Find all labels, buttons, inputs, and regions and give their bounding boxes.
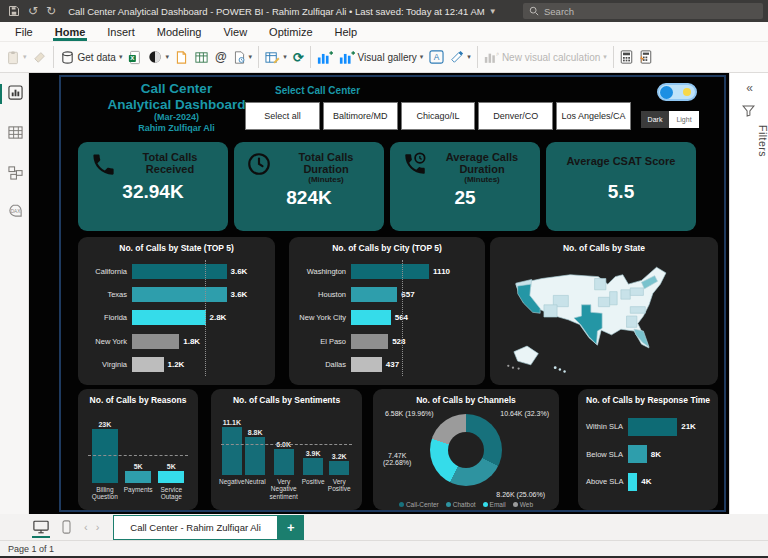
kpi-total-calls-duration[interactable]: Total Calls Duration (Minutes) 824K <box>234 142 384 231</box>
bar[interactable] <box>132 310 206 325</box>
bar[interactable] <box>351 287 397 302</box>
title-dropdown-caret[interactable]: ▼ <box>489 7 497 16</box>
slicer-baltimore[interactable]: Baltimore/MD <box>323 102 398 130</box>
prev-page-icon[interactable]: ‹ <box>84 521 88 533</box>
value-label: 3.6K <box>231 267 248 276</box>
report-icon[interactable]: ▾ <box>233 50 253 65</box>
visual-gallery-button[interactable]: Visual gallery ▾ <box>339 50 424 65</box>
bar[interactable] <box>274 449 294 475</box>
redo-icon[interactable]: ↻ <box>46 5 56 17</box>
excel-workbook-icon[interactable]: X <box>128 50 142 65</box>
bar[interactable] <box>628 445 647 463</box>
state-shape[interactable] <box>627 316 637 327</box>
get-data-button[interactable]: Get data ▾ <box>60 50 123 65</box>
chart-title: No. of Calls by Channels <box>381 395 551 405</box>
day-night-toggle[interactable] <box>657 83 697 101</box>
mobile-view-icon[interactable] <box>56 516 76 538</box>
bar[interactable] <box>158 471 184 483</box>
state-shape[interactable] <box>610 292 618 305</box>
slicer-chicago[interactable]: Chicago/IL <box>401 102 476 130</box>
kpi-average-calls-duration[interactable]: Average Calls Duration (Minutes) 25 <box>390 142 540 231</box>
state-shape[interactable] <box>595 279 606 290</box>
menu-home[interactable]: Home <box>44 22 97 41</box>
kpi-average-csat-score[interactable]: Average CSAT Score 5.5 <box>546 142 696 231</box>
legend-item[interactable]: Web <box>513 501 533 508</box>
table-view-icon[interactable] <box>6 123 24 141</box>
slicer-denver[interactable]: Denver/CO <box>478 102 553 130</box>
legend-item[interactable]: Email <box>483 501 506 508</box>
text-box-icon[interactable]: A <box>429 50 444 64</box>
state-shape[interactable] <box>621 290 630 299</box>
quick-measure-icon[interactable] <box>639 50 652 64</box>
us-choropleth-map[interactable] <box>498 256 710 378</box>
bar[interactable] <box>132 334 179 349</box>
dataverse-icon[interactable] <box>194 50 209 65</box>
bar[interactable] <box>351 310 391 325</box>
bar[interactable] <box>351 334 388 349</box>
transform-data-icon[interactable]: ▾ <box>265 50 287 65</box>
kpi-total-calls-received[interactable]: Total Calls Received 32.94K <box>78 142 228 231</box>
legend-item[interactable]: Call-Center <box>399 501 439 508</box>
bar[interactable] <box>125 471 151 483</box>
model-view-icon[interactable] <box>6 163 24 181</box>
channels-donut-chart[interactable]: 6.58K (19.96%) 10.64K (32.3%) 7.47K (22.… <box>381 408 551 492</box>
state-shape[interactable] <box>598 297 609 306</box>
next-page-icon[interactable]: › <box>96 521 100 533</box>
bar[interactable] <box>132 264 227 279</box>
menu-help[interactable]: Help <box>324 22 369 41</box>
slicer-los-angeles[interactable]: Los Angeles/CA <box>556 102 631 130</box>
response-time-bar-chart[interactable]: Within SLA21KBelow SLA8KAbove SLA4K <box>586 408 710 500</box>
city-bar-chart[interactable]: Washington1110Houston657New York City564… <box>297 256 477 380</box>
expand-panel-icon[interactable]: « <box>730 81 768 95</box>
state-shape[interactable] <box>630 307 645 314</box>
menu-modeling[interactable]: Modeling <box>146 22 213 41</box>
light-theme-button[interactable]: Light <box>669 111 699 128</box>
menu-view[interactable]: View <box>212 22 258 41</box>
filters-panel-label[interactable]: Filters <box>730 125 768 157</box>
search-box[interactable] <box>523 3 763 19</box>
column: 5KPayments <box>124 463 153 504</box>
bar[interactable] <box>132 357 164 372</box>
chart-card-state-top5: No. of Calls by State (TOP 5) California… <box>78 237 275 385</box>
paste-button[interactable]: ▾ <box>6 50 27 65</box>
refresh-icon[interactable]: ⟳ <box>293 50 304 65</box>
menu-insert[interactable]: Insert <box>96 22 146 41</box>
reasons-column-chart[interactable]: 23KBilling Question5KPayments5KService O… <box>86 408 190 504</box>
calculator-icon[interactable] <box>620 50 633 64</box>
dark-theme-button[interactable]: Dark <box>641 111 669 128</box>
state-shape[interactable] <box>544 305 557 317</box>
undo-icon[interactable]: ↺ <box>28 5 38 17</box>
save-icon[interactable] <box>8 5 20 17</box>
channels-donut[interactable] <box>430 414 502 486</box>
sentiments-column-chart[interactable]: 11.1KNegative8.8KNeutral6.0KVery Negativ… <box>219 408 354 504</box>
sql-server-icon[interactable] <box>175 50 188 65</box>
menu-optimize[interactable]: Optimize <box>258 22 323 41</box>
new-visual-icon[interactable] <box>317 50 333 65</box>
bar[interactable] <box>351 264 429 279</box>
add-page-button[interactable]: + <box>278 515 304 540</box>
bar[interactable] <box>329 461 349 475</box>
format-painter-icon[interactable] <box>33 50 47 64</box>
page-tab[interactable]: Call Center - Rahim Zulfiqar Ali <box>113 515 277 540</box>
state-bar-chart[interactable]: California3.6KTexas3.6KFlorida2.8KNew Yo… <box>86 256 267 380</box>
desktop-view-icon[interactable] <box>30 516 52 538</box>
dax-query-view-icon[interactable]: DAX <box>6 201 24 219</box>
bar[interactable] <box>628 473 637 491</box>
bar[interactable] <box>132 287 227 302</box>
menu-file[interactable]: File <box>4 22 44 41</box>
shapes-icon[interactable]: ▾ <box>450 50 471 64</box>
onelake-icon[interactable]: ▾ <box>148 50 169 64</box>
legend-label: Call-Center <box>406 501 439 508</box>
report-view-icon[interactable] <box>6 83 24 101</box>
bar[interactable] <box>351 357 382 372</box>
bar[interactable] <box>222 427 242 475</box>
recent-sources-icon[interactable]: @ <box>215 50 227 64</box>
new-visual-calculation-button[interactable]: fx New visual calculation ▾ <box>484 50 607 64</box>
legend-item[interactable]: Chatbot <box>446 501 476 508</box>
state-shape[interactable] <box>630 288 643 296</box>
slicer-select-all[interactable]: Select all <box>245 102 320 130</box>
bar[interactable] <box>628 418 677 436</box>
bar[interactable] <box>245 437 265 475</box>
bar[interactable] <box>303 458 323 475</box>
search-input[interactable] <box>544 6 757 17</box>
